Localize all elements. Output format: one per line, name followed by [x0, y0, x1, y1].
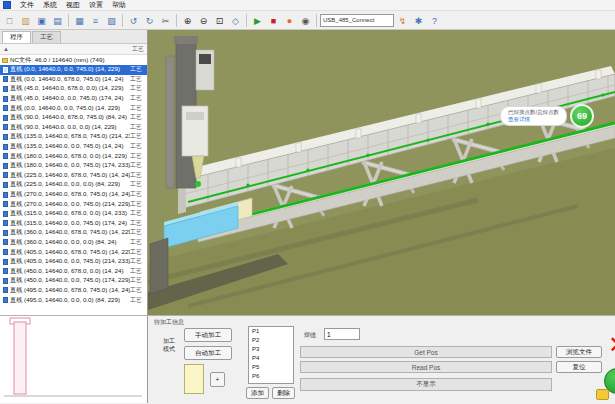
save-file-icon[interactable]: ▣ [34, 13, 49, 28]
open-file-icon[interactable]: ▥ [18, 13, 33, 28]
reset-button[interactable]: 复位 [556, 361, 602, 373]
get-pos-bar[interactable]: Get Pos [300, 346, 552, 358]
program-item-tag: 工艺 [130, 161, 147, 170]
program-row[interactable]: 直线 (0.0, 14640.0, 0.0, 745.0) (14, 229)工… [0, 103, 147, 113]
device-select-input[interactable] [320, 14, 394, 27]
connect-icon[interactable]: ↯ [395, 13, 410, 28]
program-item-text: 直线 (45.0, 14640.0, 678.0, 0.0) (14, 229) [10, 84, 130, 93]
queue-listbox[interactable]: P1P2P3P4P5P6 [248, 326, 294, 384]
program-row[interactable]: 直线 (270.0, 14640.0, 0.0, 745.0) (214, 22… [0, 199, 147, 209]
seam-input[interactable] [324, 328, 360, 340]
tab-process[interactable]: 工艺 [32, 31, 61, 43]
program-item-icon [3, 172, 8, 178]
program-row[interactable]: 直线 (315.0, 14640.0, 678.0, 0.0) (14, 233… [0, 209, 147, 219]
program-row[interactable]: 直线 (450.0, 14640.0, 0.0, 745.0) (174, 22… [0, 276, 147, 286]
simulate-start-icon[interactable]: ▶ [250, 13, 265, 28]
menu-item[interactable]: 设置 [89, 0, 103, 10]
program-row[interactable]: 直线 (495.0, 14640.0, 0.0, 0.0) (84, 229)工… [0, 295, 147, 305]
program-item-text: 直线 (450.0, 14640.0, 678.0, 0.0) (14, 24) [10, 267, 130, 276]
program-item-tag: 工艺 [130, 132, 147, 141]
program-row[interactable]: 直线 (405.0, 14640.0, 678.0, 745.0) (14, 2… [0, 247, 147, 257]
undo-icon[interactable]: ↺ [126, 13, 141, 28]
program-row[interactable]: 直线 (360.0, 14640.0, 678.0, 745.0) (14, 2… [0, 228, 147, 238]
program-row[interactable]: 直线 (45.0, 14640.0, 678.0, 0.0) (14, 229)… [0, 84, 147, 94]
read-pos-bar[interactable]: Read Pos [300, 361, 552, 373]
zoom-fit-icon[interactable]: ⊡ [212, 13, 227, 28]
menu-item[interactable]: 系统 [43, 0, 57, 10]
save-all-icon[interactable]: ▤ [50, 13, 65, 28]
program-row[interactable]: 直线 (360.0, 14640.0, 0.0, 0.0) (84, 24)工艺 [0, 238, 147, 248]
program-item-tag: 工艺 [130, 238, 147, 247]
program-row[interactable]: 直线 (180.0, 14640.0, 678.0, 0.0) (14, 229… [0, 151, 147, 161]
cut-icon[interactable]: ✂ [158, 13, 173, 28]
delete-button[interactable]: 删除 [272, 387, 295, 399]
viewport-3d[interactable]: 已焊接点数/总焊点数 查看详情 69 [148, 30, 615, 315]
view-3d-icon[interactable]: ◇ [228, 13, 243, 28]
menu-bar-items: 文件系统视图设置帮助 [20, 0, 126, 10]
zoom-in-icon[interactable]: ⊕ [180, 13, 195, 28]
auto-mode-button[interactable]: 自动加工 [184, 346, 232, 360]
menu-item[interactable]: 视图 [66, 0, 80, 10]
program-row[interactable]: 直线 (225.0, 14640.0, 678.0, 745.0) (14, 2… [0, 171, 147, 181]
queue-item[interactable]: P4 [249, 354, 293, 363]
help-icon[interactable]: ? [427, 13, 442, 28]
warning-icon[interactable] [596, 389, 609, 400]
folder-icon [2, 58, 8, 63]
program-row[interactable]: 直线 (0.0, 14640.0, 0.0, 745.0) (14, 229)工… [0, 65, 147, 75]
program-item-icon [3, 67, 8, 73]
alarm-icon[interactable]: ● [282, 13, 297, 28]
program-row[interactable]: 直线 (90.0, 14640.0, 678.0, 745.0) (84, 24… [0, 113, 147, 123]
program-item-icon [3, 239, 8, 245]
program-row[interactable]: 直线 (495.0, 14640.0, 678.0, 745.0) (14, 2… [0, 286, 147, 296]
program-row[interactable]: 直线 (315.0, 14640.0, 0.0, 745.0) (174, 24… [0, 219, 147, 229]
program-item-icon [3, 220, 8, 226]
stop-close-button[interactable]: ✕ [600, 328, 615, 364]
queue-item[interactable]: P6 [249, 372, 293, 381]
settings-icon[interactable]: ✱ [411, 13, 426, 28]
program-row[interactable]: 直线 (45.0, 14640.0, 0.0, 745.0) (174, 24)… [0, 94, 147, 104]
toolbar-separator [68, 14, 69, 27]
program-item-tag: 工艺 [130, 209, 147, 218]
program-row[interactable]: 直线 (450.0, 14640.0, 678.0, 0.0) (14, 24)… [0, 266, 147, 276]
column-header-label: 工艺 [132, 45, 144, 54]
queue-item[interactable]: P5 [249, 363, 293, 372]
progress-badge-link[interactable]: 查看详情 [508, 116, 559, 123]
program-item-icon [3, 134, 8, 140]
menu-item[interactable]: 帮助 [112, 0, 126, 10]
sort-icon[interactable]: ▲ [3, 46, 9, 52]
program-item-text: 直线 (405.0, 14640.0, 0.0, 745.0) (214, 23… [10, 257, 130, 266]
simulate-stop-icon[interactable]: ■ [266, 13, 281, 28]
program-row[interactable]: 直线 (135.0, 14640.0, 0.0, 745.0) (14, 24)… [0, 142, 147, 152]
menu-item[interactable]: 文件 [20, 0, 34, 10]
program-item-tag: 工艺 [130, 171, 147, 180]
display-toggle-bar[interactable]: 不显示 [300, 378, 552, 391]
queue-item[interactable]: P2 [249, 336, 293, 345]
program-row[interactable]: 直线 (405.0, 14640.0, 0.0, 745.0) (214, 23… [0, 257, 147, 267]
program-row[interactable]: 直线 (0.0, 14640.0, 678.0, 745.0) (14, 24)… [0, 75, 147, 85]
program-row[interactable]: 直线 (225.0, 14640.0, 0.0, 0.0) (84, 229)工… [0, 180, 147, 190]
program-column-header[interactable]: ▲ 工艺 [0, 44, 147, 55]
tree-view-icon[interactable]: ▧ [104, 13, 119, 28]
browse-file-button[interactable]: 浏览文件 [556, 346, 602, 358]
list-view-icon[interactable]: ≡ [88, 13, 103, 28]
progress-badge[interactable]: 已焊接点数/总焊点数 查看详情 69 [500, 104, 594, 128]
machine-3d-scene [148, 30, 615, 315]
queue-item[interactable]: P1 [249, 327, 293, 336]
plus-button[interactable]: + [210, 372, 225, 387]
redo-icon[interactable]: ↻ [142, 13, 157, 28]
zoom-out-icon[interactable]: ⊖ [196, 13, 211, 28]
program-item-icon [3, 278, 8, 284]
program-item-text: 直线 (315.0, 14640.0, 678.0, 0.0) (14, 233… [10, 209, 130, 218]
program-row[interactable]: 直线 (135.0, 14640.0, 678.0, 745.0) (214, … [0, 132, 147, 142]
manual-mode-button[interactable]: 手动加工 [184, 328, 232, 342]
tab-program[interactable]: 程序 [2, 31, 31, 43]
program-row[interactable]: 直线 (90.0, 14640.0, 0.0, 0.0) (14, 229)工艺 [0, 123, 147, 133]
program-item-text: 直线 (0.0, 14640.0, 678.0, 745.0) (14, 24) [10, 75, 130, 84]
program-row[interactable]: 直线 (270.0, 14640.0, 678.0, 745.0) (14, 2… [0, 190, 147, 200]
new-file-icon[interactable]: □ [2, 13, 17, 28]
program-row[interactable]: 直线 (180.0, 14640.0, 0.0, 745.0) (174, 23… [0, 161, 147, 171]
queue-item[interactable]: P3 [249, 345, 293, 354]
grid-view-icon[interactable]: ▦ [72, 13, 87, 28]
add-button[interactable]: 添加 [246, 387, 269, 399]
camera-icon[interactable]: ◉ [298, 13, 313, 28]
